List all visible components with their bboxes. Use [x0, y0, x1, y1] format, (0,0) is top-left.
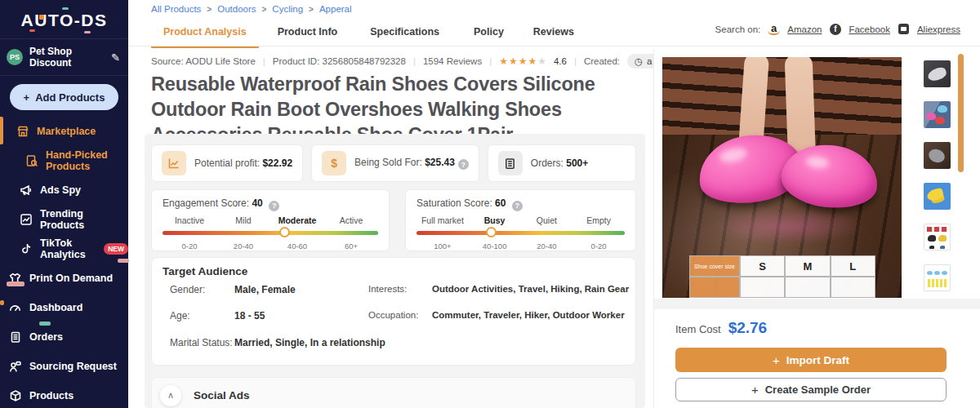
level-full-market: Full market [416, 215, 469, 225]
add-products-button[interactable]: + Add Products [10, 84, 118, 110]
saturation-gauge-marker[interactable] [486, 227, 497, 237]
tab-product-analysis[interactable]: Product Analysis [151, 23, 259, 48]
edit-pencil-icon[interactable]: ✎ [111, 51, 120, 64]
thumbnail-strip [924, 60, 951, 291]
sidebar-item-print-on-demand[interactable]: Print On Demand [0, 264, 128, 293]
product-id-label: Product ID: 3256805848792328 [273, 56, 406, 66]
tab-policy[interactable]: Policy [461, 23, 516, 48]
social-ads-title: Social Ads [194, 389, 250, 401]
engagement-gauge [163, 231, 378, 235]
facebook-icon: f [829, 23, 841, 35]
social-ads-section[interactable]: ∧ Social Ads [151, 377, 636, 408]
import-draft-button[interactable]: + Import Draft [675, 348, 947, 372]
breadcrumb-apperal[interactable]: Apperal [319, 4, 352, 14]
breadcrumb-separator: > [262, 5, 267, 14]
sidebar-item-products[interactable]: Products [0, 381, 128, 408]
thumbnail-size-guide-infographic[interactable] [924, 224, 951, 251]
sidebar-item-dashboard[interactable]: Dashboard [0, 293, 128, 322]
search-on-label: Search on: [715, 24, 761, 34]
tiktok-icon [19, 242, 33, 256]
engagement-value: 40 [252, 197, 262, 209]
product-meta-row: Source: AODU Life Store | Product ID: 32… [151, 54, 698, 69]
engagement-gauge-marker[interactable] [279, 227, 290, 237]
profit-label: Potential profit: [194, 157, 260, 169]
active-indicator [0, 117, 3, 144]
aliexpress-link[interactable]: Aliexpress [917, 24, 960, 34]
tab-product-info[interactable]: Product Info [265, 23, 350, 48]
source-label: Source: AODU Life Store [151, 56, 256, 66]
sidebar-item-trending-products[interactable]: Trending Products [0, 205, 128, 234]
speedometer-icon [8, 301, 22, 315]
thumbnail-yellow-shoe-cover[interactable] [924, 183, 951, 210]
target-audience-title: Target Audience [163, 265, 247, 277]
sidebar-item-sourcing-request[interactable]: Sourcing Request [0, 352, 128, 381]
sourcing-person-icon [8, 360, 22, 374]
decor-dash-teal [39, 322, 51, 326]
logo-accent-pink [84, 31, 91, 33]
orders-label: Orders: [531, 157, 564, 169]
audience-marital-row: Marital Status: Married, Single, In a re… [170, 337, 385, 348]
orders-clipboard-icon [8, 330, 22, 344]
item-cost-value: $2.76 [728, 319, 768, 337]
autods-logo[interactable]: AUTO-DS [0, 0, 128, 30]
target-audience-card: Target Audience Gender: Male, Female Age… [151, 257, 636, 366]
thumbnail-colorful-shoe-covers[interactable] [924, 101, 951, 128]
logo-accent-orange [39, 15, 44, 20]
chevron-up-icon[interactable]: ∧ [160, 385, 181, 406]
stars-filled: ★★★★ [499, 55, 537, 67]
tab-specifications[interactable]: Specifications [358, 23, 452, 48]
new-badge: NEW [104, 243, 128, 255]
help-icon[interactable]: ? [269, 201, 279, 211]
orders-card: Orders: 500+ [488, 144, 636, 182]
breadcrumb-outdoors[interactable]: Outdoors [217, 4, 256, 14]
rating-value: 4.6 [554, 56, 567, 66]
potential-profit-card: Potential profit: $22.92 [151, 144, 303, 182]
aliexpress-icon [898, 23, 910, 35]
amazon-link[interactable]: Amazon [787, 24, 822, 34]
sidebar-nav: Marketplace Hand-Picked Products Ads Spy… [0, 117, 128, 408]
sidebar-item-orders[interactable]: Orders [0, 322, 128, 352]
engagement-score-card: Engagement Score: 40 ? Inactive Mild Mod… [151, 189, 390, 251]
facebook-link[interactable]: Facebook [849, 24, 890, 34]
logo-accent-teal [62, 7, 69, 10]
sold-for-card: $ Being Sold For: $25.43? [311, 144, 479, 182]
plus-icon: + [24, 91, 30, 104]
size-table-header: Shoe cover size [689, 255, 740, 277]
item-cost-label: Item Cost [675, 323, 721, 335]
profit-value: $22.92 [262, 157, 292, 169]
thumbnail-gray-shoe-on-foot[interactable] [924, 142, 951, 169]
product-main-image[interactable]: Shoe cover size S M L [662, 57, 902, 298]
sidebar-item-marketplace[interactable]: Marketplace [0, 117, 128, 146]
plus-icon: + [773, 353, 780, 367]
breadcrumb: All Products > Outdoors > Cycling > Appe… [151, 4, 352, 14]
orders-value: 500+ [566, 157, 588, 169]
megaphone-icon [19, 184, 33, 197]
help-icon[interactable]: ? [512, 201, 523, 211]
thumbnail-gray-shoe-cover[interactable] [924, 60, 951, 87]
sidebar-item-tiktok-analytics[interactable]: TikTok Analytics NEW [0, 234, 128, 264]
create-sample-order-button[interactable]: + Create Sample Order [675, 378, 947, 401]
size-m-cell: M [785, 255, 830, 277]
logo-accent-red [29, 29, 35, 32]
level-moderate: Moderate [270, 215, 324, 225]
audience-age-row: Age: 18 - 55 [170, 310, 265, 322]
sidebar-item-hand-picked-products[interactable]: Hand-Picked Products [0, 146, 128, 175]
size-l-cell: L [831, 255, 875, 277]
created-label: Created: [584, 56, 620, 66]
storefront-icon [16, 125, 29, 139]
analysis-panel: Potential profit: $22.92 $ Being Sold Fo… [145, 134, 645, 408]
breadcrumb-all-products[interactable]: All Products [151, 4, 201, 14]
tab-reviews[interactable]: Reviews [521, 23, 586, 48]
decor-dash-orange [0, 300, 4, 305]
sold-for-value: $25.43 [425, 157, 455, 168]
breadcrumb-separator: > [207, 5, 212, 14]
help-icon[interactable]: ? [458, 159, 469, 170]
sidebar-item-ads-spy[interactable]: Ads Spy [0, 175, 128, 205]
header-divider [128, 46, 980, 47]
breadcrumb-cycling[interactable]: Cycling [272, 4, 303, 14]
thumbnail-size-chart-diagram[interactable] [924, 264, 951, 291]
breadcrumb-separator: > [309, 5, 314, 14]
size-table-overlay: Shoe cover size S M L [689, 255, 875, 298]
store-switcher[interactable]: PS Pet Shop Discount ✎ [0, 39, 128, 76]
thumbnail-scrollbar[interactable] [958, 54, 964, 172]
